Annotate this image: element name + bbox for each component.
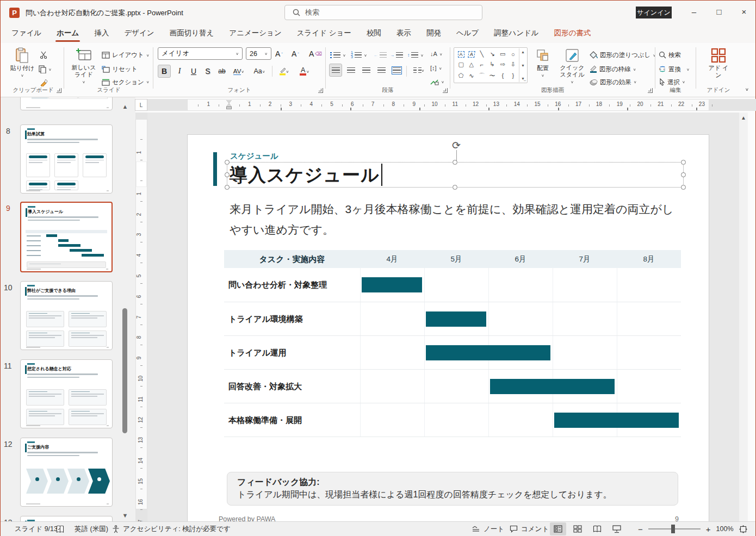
tab-アニメーション[interactable]: アニメーション	[222, 24, 288, 43]
highlight-color-button[interactable]: ∨	[275, 65, 293, 78]
clear-formatting-button[interactable]: A⌫	[309, 47, 322, 60]
align-right-button[interactable]	[360, 64, 373, 77]
paragraph-dialog-launcher[interactable]	[443, 88, 448, 93]
shape-elbow-icon[interactable]: ⌐	[476, 59, 487, 70]
increase-font-button[interactable]: Aˆ	[275, 47, 283, 60]
thumbnail-scrollbar-thumb[interactable]	[122, 308, 127, 433]
zoom-slider-thumb[interactable]	[671, 525, 675, 533]
cut-button[interactable]	[40, 48, 48, 61]
feedback-callout[interactable]: フィードバック協力: トライアル期間中は、現場担当者様による週1回程度の回答精度…	[227, 472, 678, 506]
zoom-level[interactable]: 100%	[716, 525, 734, 533]
slide-thumbnail-8[interactable]: 効果試算	[20, 124, 113, 194]
tab-スライド ショー[interactable]: スライド ショー	[290, 24, 358, 43]
tab-表示[interactable]: 表示	[390, 24, 418, 43]
close-button[interactable]: ×	[732, 1, 756, 22]
font-size-select[interactable]: 26∨	[246, 47, 271, 60]
gantt-bar[interactable]	[426, 311, 486, 327]
selection-handle-bottom-center[interactable]	[453, 185, 457, 190]
shape-right-arrow-icon[interactable]: ⇨	[498, 59, 508, 70]
fit-to-window-icon[interactable]	[739, 525, 747, 533]
arrange-button[interactable]: 配置∨	[531, 46, 555, 85]
maximize-button[interactable]: □	[707, 1, 732, 22]
shape-arrow-icon[interactable]: ↘	[487, 49, 497, 59]
shape-arc-icon[interactable]: ⌒	[476, 70, 487, 82]
selection-handle-top-center[interactable]	[453, 160, 457, 165]
comments-toggle[interactable]: コメント	[510, 522, 549, 536]
search-input[interactable]: 検索	[284, 5, 482, 20]
gallery-down-icon[interactable]: ▼	[521, 64, 525, 67]
italic-button[interactable]: I	[173, 65, 186, 78]
zoom-out-button[interactable]: −	[638, 525, 643, 534]
character-spacing-button[interactable]: AV∨	[230, 65, 248, 78]
tab-ファイル[interactable]: ファイル	[5, 24, 48, 43]
distribute-button[interactable]	[390, 64, 403, 77]
tab-挿入[interactable]: 挿入	[88, 24, 115, 43]
thumbnail-scroll-down-icon[interactable]: ▼	[121, 512, 129, 519]
decrease-indent-button[interactable]: ←	[374, 48, 387, 61]
shape-rounded-rectangle-icon[interactable]: ▢	[456, 59, 466, 70]
font-color-button[interactable]: A∨	[296, 65, 313, 78]
title-selection-box[interactable]	[227, 162, 684, 188]
selection-handle-middle-left[interactable]	[225, 172, 230, 177]
gantt-row[interactable]: 回答改善・対象拡大	[224, 369, 681, 403]
gantt-row[interactable]: 本格稼働準備・展開	[224, 403, 681, 437]
align-center-button[interactable]	[344, 64, 357, 77]
selection-handle-top-right[interactable]	[681, 160, 686, 165]
tab-selector-box[interactable]: L	[135, 99, 147, 111]
tab-開発[interactable]: 開発	[420, 24, 448, 43]
align-left-button[interactable]	[329, 64, 342, 77]
shapes-gallery-scrollbar[interactable]: ▲▼▼̲	[519, 48, 526, 82]
columns-button[interactable]: ∨	[410, 64, 428, 77]
drawing-dialog-launcher[interactable]	[648, 88, 653, 93]
accessibility-button[interactable]: アクセシビリティ: 検討が必要です	[112, 522, 231, 536]
bold-button[interactable]: B	[158, 65, 171, 78]
find-button[interactable]: 検索	[659, 48, 681, 61]
gantt-row[interactable]: トライアル運用	[224, 335, 681, 369]
bullets-button[interactable]: ∨	[330, 48, 346, 61]
reading-view-button[interactable]	[589, 522, 605, 535]
text-shadow-button[interactable]: S	[201, 65, 214, 78]
shape-elbow-arrow-icon[interactable]: ↳	[487, 59, 497, 70]
gantt-bar[interactable]	[490, 379, 615, 394]
shape-triangle-icon[interactable]: △	[466, 59, 476, 70]
layout-button[interactable]: レイアウト∨	[102, 48, 150, 61]
shape-textbox-vertical-icon[interactable]: A	[468, 51, 475, 58]
slide-thumbnail-0[interactable]	[20, 97, 113, 110]
shape-down-arrow-icon[interactable]: ⇩	[508, 59, 518, 70]
normal-view-button[interactable]	[550, 522, 566, 535]
copy-button[interactable]: ∨	[39, 63, 52, 76]
shapes-gallery[interactable]: A A ╲ ↘ ▭ ○ ▢ △ ⌐ ↳ ⇨ ⇩ ⬠ ∿ ⌒ 〜 { } ▲▼▼̲	[454, 47, 528, 83]
text-direction-button[interactable]: ↓A∨	[430, 47, 443, 60]
shape-scribble-icon[interactable]: ∿	[466, 70, 476, 82]
shape-fill-button[interactable]: 図形の塗りつぶし∨	[590, 48, 656, 61]
shape-freeform-icon[interactable]: ⬠	[456, 70, 466, 82]
selection-handle-bottom-left[interactable]	[225, 185, 230, 190]
gantt-row[interactable]: 問い合わせ分析・対象整理	[224, 268, 681, 302]
slide-9[interactable]: スケジュール 導入スケジュール ⟳ 来月トライアル開始、3ヶ月後本格稼働ことを前…	[187, 134, 709, 526]
gantt-row[interactable]: トライアル環境構築	[224, 302, 681, 335]
paste-button[interactable]: 貼り付け∨	[9, 46, 35, 85]
tab-調整ハンドル[interactable]: 調整ハンドル	[487, 24, 545, 43]
justify-button[interactable]	[375, 64, 388, 77]
change-case-button[interactable]: Aa∨	[250, 65, 269, 78]
clipboard-dialog-launcher[interactable]	[57, 88, 61, 93]
slide-thumbnail-9[interactable]: 導入スケジュール	[20, 202, 113, 272]
signin-button[interactable]: サインイン	[636, 7, 672, 18]
tab-デザイン[interactable]: デザイン	[117, 24, 160, 43]
tab-図形の書式[interactable]: 図形の書式	[548, 24, 598, 43]
spellcheck-button[interactable]	[56, 522, 64, 536]
slide-indicator[interactable]: スライド 9/13	[15, 522, 58, 536]
shape-oval-icon[interactable]: ○	[508, 49, 518, 59]
zoom-in-button[interactable]: +	[706, 525, 711, 534]
shape-left-brace-icon[interactable]: {	[498, 70, 508, 82]
reset-button[interactable]: リセット	[102, 63, 138, 76]
new-slide-button[interactable]: 新しいスライド∨	[69, 46, 98, 85]
slideshow-view-button[interactable]	[609, 522, 625, 535]
shape-line-icon[interactable]: ╲	[476, 49, 487, 59]
slide-thumbnail-11[interactable]: 想定される懸念と対応	[20, 359, 113, 428]
quick-styles-button[interactable]: クイック スタイル∨	[558, 46, 586, 85]
shape-curve-icon[interactable]: 〜	[487, 70, 497, 82]
tab-画面切り替え[interactable]: 画面切り替え	[163, 24, 221, 43]
gallery-more-icon[interactable]: ▼̲	[521, 77, 525, 80]
shape-rectangle-icon[interactable]: ▭	[498, 49, 508, 59]
